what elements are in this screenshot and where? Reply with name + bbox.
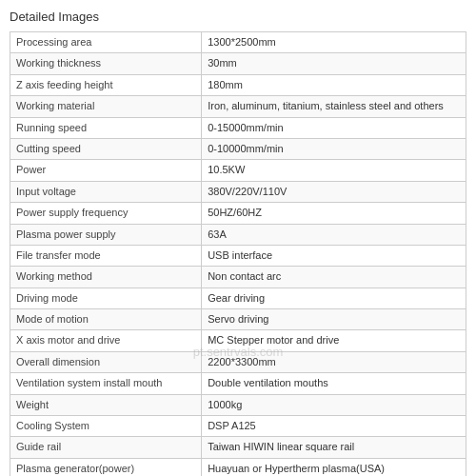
table-row: X axis motor and driveMC Stepper motor a… bbox=[10, 330, 466, 351]
row-label: Cooling System bbox=[10, 416, 202, 437]
row-value: 380V/220V/110V bbox=[202, 181, 466, 202]
row-value: USB interface bbox=[202, 245, 466, 266]
row-label: Driving mode bbox=[10, 288, 202, 308]
table-row: Running speed0-15000mm/min bbox=[10, 117, 466, 138]
row-value: Taiwan HIWIN linear square rail bbox=[202, 437, 466, 458]
table-row: Mode of motionServo driving bbox=[10, 309, 466, 330]
table-row: Processing area1300*2500mm bbox=[10, 32, 466, 53]
row-value: 63A bbox=[202, 224, 466, 245]
row-label: Mode of motion bbox=[10, 309, 202, 330]
table-row: Overall dimension2200*3300mm bbox=[10, 351, 466, 372]
row-label: Working material bbox=[10, 96, 202, 117]
row-label: Plasma power supply bbox=[10, 224, 202, 245]
row-label: Running speed bbox=[10, 117, 202, 138]
row-label: Z axis feeding height bbox=[10, 74, 202, 95]
row-label: Cutting speed bbox=[10, 138, 202, 159]
table-row: Power supply frequency50HZ/60HZ bbox=[10, 203, 466, 224]
table-wrapper: pt.sentrvals.com Processing area1300*250… bbox=[10, 31, 466, 476]
row-value: 180mm bbox=[202, 74, 466, 95]
page-title: Detailed Images bbox=[10, 10, 466, 24]
row-label: Power bbox=[10, 160, 202, 181]
table-row: Cooling SystemDSP A125 bbox=[10, 416, 466, 437]
table-row: Cutting speed0-10000mm/min bbox=[10, 138, 466, 159]
row-value: 10.5KW bbox=[202, 160, 466, 181]
row-label: Weight bbox=[10, 394, 202, 415]
row-label: Working method bbox=[10, 267, 202, 288]
table-row: Weight1000kg bbox=[10, 394, 466, 415]
row-value: 1000kg bbox=[202, 394, 466, 415]
row-value: 30mm bbox=[202, 53, 466, 74]
row-value: Non contact arc bbox=[202, 267, 466, 288]
row-label: Working thickness bbox=[10, 53, 202, 74]
row-value: 1300*2500mm bbox=[202, 32, 466, 53]
row-value: 2200*3300mm bbox=[202, 351, 466, 372]
table-row: Plasma power supply63A bbox=[10, 224, 466, 245]
table-row: Input voltage380V/220V/110V bbox=[10, 181, 466, 202]
row-label: X axis motor and drive bbox=[10, 330, 202, 351]
table-row: Guide railTaiwan HIWIN linear square rai… bbox=[10, 437, 466, 458]
table-row: Power10.5KW bbox=[10, 160, 466, 181]
row-value: Double ventilation mouths bbox=[202, 373, 466, 394]
row-value: Servo driving bbox=[202, 309, 466, 330]
table-row: Driving modeGear driving bbox=[10, 288, 466, 308]
row-value: 0-15000mm/min bbox=[202, 117, 466, 138]
row-value: MC Stepper motor and drive bbox=[202, 330, 466, 351]
table-row: Ventilation system install mouthDouble v… bbox=[10, 373, 466, 394]
row-label: File transfer mode bbox=[10, 245, 202, 266]
row-value: Iron, aluminum, titanium, stainless stee… bbox=[202, 96, 466, 117]
table-row: Working methodNon contact arc bbox=[10, 267, 466, 288]
row-label: Plasma generator(power) bbox=[10, 458, 202, 476]
table-row: File transfer modeUSB interface bbox=[10, 245, 466, 266]
row-label: Input voltage bbox=[10, 181, 202, 202]
row-value: Gear driving bbox=[202, 288, 466, 308]
table-row: Working materialIron, aluminum, titanium… bbox=[10, 96, 466, 117]
table-row: Z axis feeding height180mm bbox=[10, 74, 466, 95]
row-label: Guide rail bbox=[10, 437, 202, 458]
row-label: Overall dimension bbox=[10, 351, 202, 372]
row-label: Processing area bbox=[10, 32, 202, 53]
row-value: 50HZ/60HZ bbox=[202, 203, 466, 224]
row-value: Huayuan or Hypertherm plasma(USA) bbox=[202, 458, 466, 476]
row-value: 0-10000mm/min bbox=[202, 138, 466, 159]
row-value: DSP A125 bbox=[202, 416, 466, 437]
row-label: Ventilation system install mouth bbox=[10, 373, 202, 394]
table-row: Working thickness30mm bbox=[10, 53, 466, 74]
row-label: Power supply frequency bbox=[10, 203, 202, 224]
specs-table: Processing area1300*2500mmWorking thickn… bbox=[10, 31, 466, 476]
table-row: Plasma generator(power)Huayuan or Hypert… bbox=[10, 458, 466, 476]
